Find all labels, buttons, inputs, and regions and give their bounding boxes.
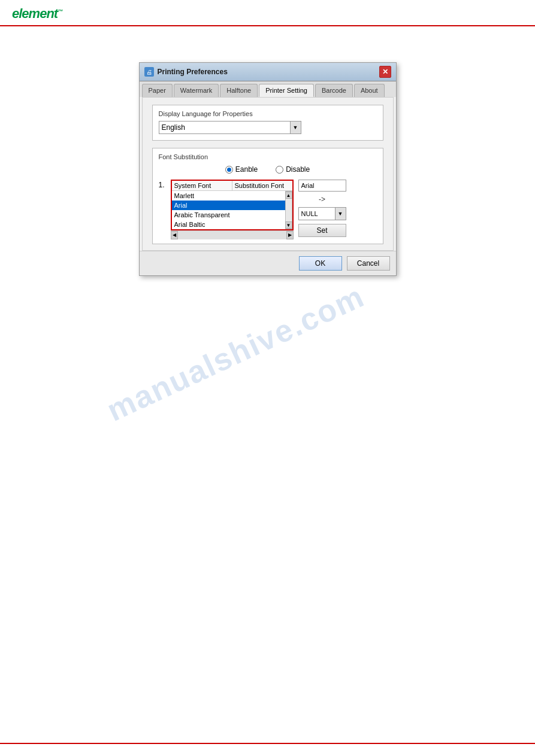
watermark: manualshive.com	[101, 278, 370, 428]
display-language-group: Display Language for Properties English …	[152, 105, 383, 141]
radio-enable-label: Eanble	[235, 165, 258, 174]
radio-disable-circle[interactable]	[276, 166, 283, 174]
tab-barcode[interactable]: Barcode	[315, 84, 353, 97]
font-row-arial[interactable]: Arial	[172, 201, 285, 210]
page-footer	[0, 743, 535, 744]
font-list-items: Marlett Arial Arabic Transparent	[172, 191, 285, 229]
font-row-arial-baltic-name: Arial Baltic	[174, 221, 283, 228]
font-substitution-input[interactable]	[298, 180, 346, 192]
radio-group: Eanble Disable	[159, 165, 377, 174]
tab-printer-setting[interactable]: Printer Setting	[259, 84, 314, 97]
page-header: element™	[0, 0, 535, 26]
tab-halftone[interactable]: Halftone	[220, 84, 258, 97]
radio-enable-circle[interactable]	[225, 166, 233, 174]
font-row-marlett-name: Marlett	[174, 192, 283, 199]
ok-button[interactable]: OK	[299, 256, 342, 271]
font-row-arial-name: Arial	[174, 202, 283, 209]
font-right-panel: -> NULL ▼ Set	[298, 180, 346, 237]
substitution-font-col-header: Substitution Font	[232, 181, 292, 190]
tab-paper[interactable]: Paper	[142, 84, 173, 97]
dialog-title-left: 🖨 Printing Preferences	[144, 67, 228, 77]
font-row-arial-baltic[interactable]: Arial Baltic	[172, 220, 285, 229]
radio-disable[interactable]: Disable	[276, 165, 310, 174]
null-select[interactable]: NULL	[298, 207, 335, 220]
dialog-titlebar: 🖨 Printing Preferences ✕	[140, 63, 396, 81]
scroll-track	[286, 199, 292, 221]
scroll-down-arrow[interactable]: ▼	[285, 221, 292, 229]
scroll-right-arrow[interactable]: ▶	[286, 231, 294, 239]
arrow-label: ->	[319, 195, 325, 204]
dialog-tabs: Paper Watermark Halftone Printer Setting…	[140, 81, 396, 97]
brand-logo: element™	[12, 6, 62, 21]
radio-disable-label: Disable	[286, 165, 310, 174]
language-select[interactable]: English	[159, 121, 291, 134]
font-substitution-label: Font Substitution	[159, 153, 377, 160]
font-row-arabic[interactable]: Arabic Transparent	[172, 210, 285, 220]
tab-watermark[interactable]: Watermark	[174, 84, 219, 97]
scroll-left-arrow[interactable]: ◀	[171, 231, 178, 239]
set-button[interactable]: Set	[298, 224, 346, 237]
language-dropdown-wrapper: English ▼	[159, 121, 377, 134]
font-substitution-group: Font Substitution Eanble Disable 1.	[152, 148, 383, 244]
system-font-col-header: System Font	[172, 181, 232, 190]
dialog-title: Printing Preferences	[158, 68, 228, 76]
display-language-label: Display Language for Properties	[159, 110, 377, 117]
main-content: 🖨 Printing Preferences ✕ Paper Watermark…	[0, 26, 535, 276]
null-dropdown-wrap: NULL ▼	[298, 207, 346, 220]
scroll-up-arrow[interactable]: ▲	[285, 192, 292, 199]
font-row-marlett[interactable]: Marlett	[172, 191, 285, 201]
dialog-body: Display Language for Properties English …	[142, 97, 394, 251]
font-row-arabic-name: Arabic Transparent	[174, 211, 283, 218]
close-button[interactable]: ✕	[379, 66, 391, 78]
dialog-window: 🖨 Printing Preferences ✕ Paper Watermark…	[139, 62, 397, 276]
tab-about[interactable]: About	[354, 84, 385, 97]
radio-enable[interactable]: Eanble	[225, 165, 258, 174]
font-table-area: 1. System Font Substitution Font	[159, 180, 377, 239]
printer-icon: 🖨	[144, 67, 154, 77]
brand-tm: ™	[58, 8, 62, 14]
font-list-header: System Font Substitution Font	[172, 181, 292, 191]
brand-name: element	[12, 6, 58, 21]
null-dropdown-arrow[interactable]: ▼	[335, 207, 346, 220]
font-list-panel: System Font Substitution Font Marlett Ar	[171, 180, 294, 230]
language-dropdown-arrow[interactable]: ▼	[291, 121, 301, 134]
vertical-scrollbar[interactable]: ▲ ▼	[285, 191, 292, 229]
step-label: 1.	[159, 181, 165, 189]
horizontal-scrollbar[interactable]: ◀ ▶	[171, 230, 294, 239]
font-list-container: System Font Substitution Font Marlett Ar	[171, 180, 294, 239]
dialog-footer: OK Cancel	[140, 251, 396, 275]
cancel-button[interactable]: Cancel	[347, 256, 390, 271]
font-list-with-scroll: Marlett Arial Arabic Transparent	[172, 191, 292, 229]
scroll-h-track	[178, 231, 286, 239]
